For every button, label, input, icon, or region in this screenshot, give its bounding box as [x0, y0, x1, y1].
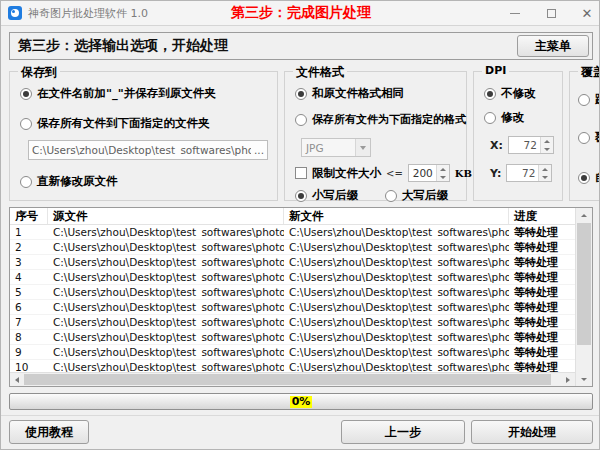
cell-num: 6	[10, 301, 48, 313]
cell-src: C:\Users\zhou\Desktop\test_softwares\pho…	[48, 241, 284, 253]
maximize-button[interactable]	[545, 8, 557, 20]
cell-src: C:\Users\zhou\Desktop\test_softwares\pho…	[48, 226, 284, 238]
radio-icon	[578, 132, 590, 144]
close-button[interactable]: ✕	[581, 8, 593, 20]
cell-dst: C:\Users\zhou\Desktop\test_softwares\pho…	[284, 331, 509, 343]
arrow-up-icon	[544, 140, 550, 143]
radio-dpi-modify[interactable]: 修改	[484, 110, 524, 125]
file-table: 序号 源文件 新文件 进度 1C:\Users\zhou\Desktop\tes…	[9, 207, 593, 387]
radio-format-same[interactable]: 和原文件格式相同	[295, 86, 404, 101]
cell-dst: C:\Users\zhou\Desktop\test_softwares\pho…	[284, 256, 509, 268]
cell-num: 5	[10, 286, 48, 298]
table-row[interactable]: 2C:\Users\zhou\Desktop\test_softwares\ph…	[10, 240, 575, 255]
radio-icon	[295, 190, 307, 202]
scroll-right-icon[interactable]	[561, 373, 575, 387]
limit-size-stepper[interactable]: 200	[408, 164, 450, 182]
file-table-content: 序号 源文件 新文件 进度 1C:\Users\zhou\Desktop\tes…	[10, 208, 575, 386]
col-header-source[interactable]: 源文件	[48, 208, 284, 224]
radio-save-folder[interactable]: 保存所有文件到下面指定的文件夹	[20, 116, 210, 131]
minimize-button[interactable]	[509, 8, 521, 20]
table-row[interactable]: 9C:\Users\zhou\Desktop\test_softwares\ph…	[10, 345, 575, 360]
cell-status: 等特处理	[509, 270, 575, 285]
col-header-newfile[interactable]: 新文件	[284, 208, 509, 224]
radio-icon	[578, 172, 590, 184]
cell-dst: C:\Users\zhou\Desktop\test_softwares\pho…	[284, 316, 509, 328]
titlebar: 神奇图片批处理软件 1.0 第三步：完成图片处理 ✕	[1, 1, 600, 26]
save-to-title: 保存到	[18, 64, 60, 81]
col-header-progress[interactable]: 进度	[509, 208, 575, 224]
vertical-scrollbar[interactable]	[575, 208, 592, 386]
cell-src: C:\Users\zhou\Desktop\test_softwares\pho…	[48, 271, 284, 283]
cell-status: 等特处理	[509, 285, 575, 300]
radio-icon	[578, 94, 590, 106]
radio-modify-original[interactable]: 直新修改原文件	[20, 174, 118, 189]
dpi-x-label: X:	[490, 139, 503, 152]
scroll-up-icon[interactable]	[576, 208, 592, 222]
step-header-title: 第三步：选择输出选项，开始处理	[18, 37, 228, 55]
radio-lowercase-ext[interactable]: 小写后缀	[295, 188, 358, 203]
table-row[interactable]: 3C:\Users\zhou\Desktop\test_softwares\ph…	[10, 255, 575, 270]
radio-overwrite-skip[interactable]: 跳	[578, 92, 600, 107]
radio-icon	[295, 88, 307, 100]
radio-icon	[20, 88, 32, 100]
table-row[interactable]: 4C:\Users\zhou\Desktop\test_softwares\ph…	[10, 270, 575, 285]
cell-src: C:\Users\zhou\Desktop\test_softwares\pho…	[48, 301, 284, 313]
radio-dpi-keep[interactable]: 不修改	[484, 86, 536, 101]
arrow-down-icon	[544, 148, 550, 151]
file-table-header: 序号 源文件 新文件 进度	[10, 208, 575, 225]
limit-filesize-checkbox[interactable]	[295, 167, 307, 179]
chevron-down-icon	[355, 139, 370, 156]
col-header-index[interactable]: 序号	[10, 208, 48, 224]
radio-save-prefix[interactable]: 在文件名前加"_"并保存到原文件夹	[20, 86, 216, 101]
maximize-icon	[547, 9, 556, 18]
radio-overwrite-auto[interactable]: 自	[578, 170, 600, 185]
table-row[interactable]: 5C:\Users\zhou\Desktop\test_softwares\ph…	[10, 285, 575, 300]
dpi-y-label: Y:	[490, 167, 501, 180]
progress-value: 0%	[290, 396, 313, 408]
dpi-y-stepper[interactable]: 72	[506, 164, 552, 182]
table-row[interactable]: 6C:\Users\zhou\Desktop\test_softwares\ph…	[10, 300, 575, 315]
cell-dst: C:\Users\zhou\Desktop\test_softwares\pho…	[284, 241, 509, 253]
file-table-body: 1C:\Users\zhou\Desktop\test_softwares\ph…	[10, 225, 575, 372]
arrow-down-icon	[440, 176, 446, 179]
cell-dst: C:\Users\zhou\Desktop\test_softwares\pho…	[284, 226, 509, 238]
table-row[interactable]: 8C:\Users\zhou\Desktop\test_softwares\ph…	[10, 330, 575, 345]
horizontal-scrollbar[interactable]	[10, 372, 575, 386]
table-row[interactable]: 1C:\Users\zhou\Desktop\test_softwares\ph…	[10, 225, 575, 240]
cell-num: 10	[10, 361, 48, 372]
main-menu-button[interactable]: 主菜单	[517, 35, 589, 57]
dpi-x-stepper[interactable]: 72	[508, 136, 554, 154]
stepper-arrows[interactable]	[540, 137, 553, 153]
cell-status: 等特处理	[509, 240, 575, 255]
footer-divider	[1, 415, 600, 416]
format-select[interactable]: JPG	[301, 138, 371, 157]
radio-uppercase-ext[interactable]: 大写后缀	[385, 188, 448, 203]
stepper-arrows[interactable]	[436, 165, 449, 181]
progress-bar: 0%	[9, 393, 593, 410]
limit-unit-label: KB	[455, 168, 472, 179]
stepper-arrows[interactable]	[538, 165, 551, 181]
table-row[interactable]: 10C:\Users\zhou\Desktop\test_softwares\p…	[10, 360, 575, 372]
start-processing-button[interactable]: 开始处理	[471, 420, 593, 444]
horizontal-scroll-thumb[interactable]	[24, 374, 551, 385]
cell-status: 等特处理	[509, 300, 575, 315]
file-format-title: 文件格式	[293, 64, 347, 81]
scroll-left-icon[interactable]	[10, 373, 24, 387]
cell-src: C:\Users\zhou\Desktop\test_softwares\pho…	[48, 316, 284, 328]
previous-step-button[interactable]: 上一步	[341, 420, 465, 444]
destination-path-input[interactable]: C:\Users\zhou\Desktop\test_softwares\pho…	[28, 140, 268, 160]
cell-src: C:\Users\zhou\Desktop\test_softwares\pho…	[48, 361, 284, 372]
arrow-down-icon	[542, 176, 548, 179]
vertical-scroll-thumb[interactable]	[577, 223, 591, 345]
tutorial-button[interactable]: 使用教程	[9, 420, 89, 444]
cell-num: 2	[10, 241, 48, 253]
cell-num: 8	[10, 331, 48, 343]
radio-format-specified[interactable]: 保存所有文件为下面指定的格式	[295, 112, 466, 127]
cell-num: 4	[10, 271, 48, 283]
cell-num: 7	[10, 316, 48, 328]
dpi-title: DPI	[482, 64, 509, 77]
cell-dst: C:\Users\zhou\Desktop\test_softwares\pho…	[284, 286, 509, 298]
scroll-down-icon[interactable]	[576, 372, 592, 386]
radio-overwrite-replace[interactable]: 覆	[578, 130, 600, 145]
table-row[interactable]: 7C:\Users\zhou\Desktop\test_softwares\ph…	[10, 315, 575, 330]
